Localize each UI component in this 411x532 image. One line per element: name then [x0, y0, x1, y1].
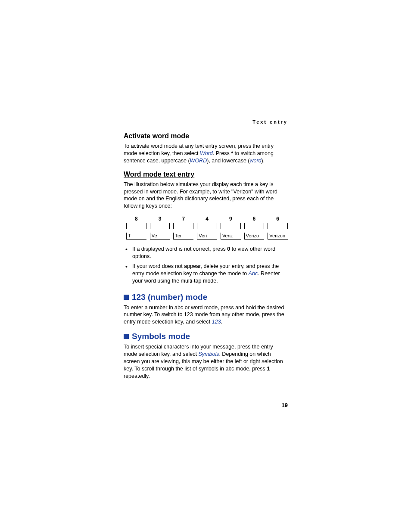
result-box: Veri	[197, 233, 217, 240]
key-number: 6	[244, 216, 265, 223]
result-box: Ter	[173, 233, 193, 240]
key-number: 9	[221, 216, 241, 223]
heading-123-mode: 123 (number) mode	[124, 292, 288, 302]
word-upper-link: WORD	[190, 158, 207, 164]
key-number: 4	[197, 216, 217, 223]
running-header: Text entry	[124, 119, 288, 124]
result-sequence-row: T Ve Ter Veri Veriz Verizo Verizon	[126, 233, 288, 240]
key-box	[126, 223, 146, 229]
paragraph: To enter a number in abc or word mode, p…	[124, 304, 288, 326]
result-box: Verizon	[268, 233, 288, 240]
text: .	[221, 319, 222, 325]
key-box	[268, 223, 288, 229]
key-col: 6	[268, 216, 288, 229]
key-one: 1	[267, 366, 270, 372]
bullet-list: If a displayed word is not correct, pres…	[124, 246, 288, 284]
paragraph: To insert special characters into your m…	[124, 343, 288, 380]
key-number: 6	[268, 216, 288, 223]
paragraph: To activate word mode at any text entry …	[124, 143, 288, 165]
key-col: 3	[150, 216, 170, 229]
abc-link: Abc	[249, 271, 258, 277]
text: ).	[262, 158, 265, 164]
result-box: Veriz	[221, 233, 241, 240]
list-item: If your word does not appear, delete you…	[124, 263, 288, 285]
key-sequence-row: 8 3 7 4 9 6 6	[126, 216, 288, 229]
document-page: Text entry Activate word mode To activat…	[0, 0, 411, 380]
result-box: T	[126, 233, 146, 240]
text: repeatedly.	[124, 373, 150, 379]
key-col: 7	[173, 216, 193, 229]
word-lower-link: word	[250, 158, 262, 164]
heading-text: 123 (number) mode	[132, 292, 207, 302]
key-box	[221, 223, 241, 229]
symbols-link: Symbols	[198, 351, 219, 357]
key-number: 8	[126, 216, 146, 223]
paragraph: The illustration below simulates your di…	[124, 181, 288, 210]
key-col: 9	[221, 216, 241, 229]
key-col: 8	[126, 216, 146, 229]
text: To enter a number in abc or word mode, p…	[124, 305, 284, 325]
square-bullet-icon	[124, 334, 129, 339]
key-box	[150, 223, 170, 229]
text: If a displayed word is not correct, pres…	[132, 246, 227, 252]
heading-word-mode-text-entry: Word mode text entry	[124, 171, 288, 178]
key-box	[197, 223, 217, 229]
heading-activate-word-mode: Activate word mode	[124, 132, 288, 140]
key-number: 7	[173, 216, 193, 223]
result-box: Verizo	[244, 233, 265, 240]
key-col: 4	[197, 216, 217, 229]
result-box: Ve	[150, 233, 170, 240]
word-link: Word	[200, 150, 213, 156]
text: ), and lowercase (	[207, 158, 249, 164]
heading-symbols-mode: Symbols mode	[124, 332, 288, 341]
key-number: 3	[150, 216, 170, 223]
key-box	[244, 223, 265, 229]
key-box	[173, 223, 193, 229]
123-link: 123	[212, 319, 221, 325]
key-col: 6	[244, 216, 265, 229]
page-number: 19	[282, 402, 288, 408]
heading-text: Symbols mode	[132, 332, 190, 341]
list-item: If a displayed word is not correct, pres…	[124, 246, 288, 260]
text: . Press	[213, 150, 231, 156]
square-bullet-icon	[124, 295, 129, 300]
